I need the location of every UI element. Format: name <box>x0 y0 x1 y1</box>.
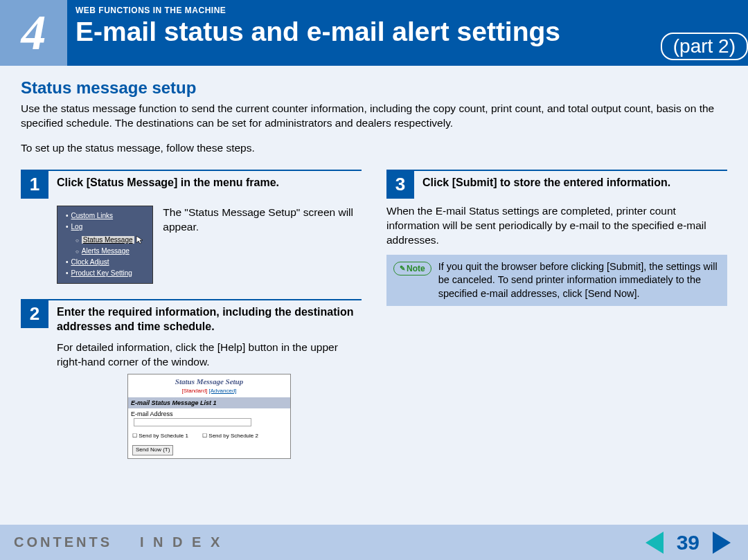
step-title: Click [Status Message] in the menu frame… <box>57 171 279 190</box>
right-column: 3 Click [Submit] to store the entered in… <box>386 170 727 474</box>
footer: CONTENTS I N D E X 39 <box>0 525 748 560</box>
page-title: E-mail status and e-mail alert settings <box>75 17 738 47</box>
note-box: Note If you quit the browser before clic… <box>386 255 727 307</box>
step-2-body: For detailed information, click the [Hel… <box>57 341 362 370</box>
columns: 1 Click [Status Message] in the menu fra… <box>21 170 727 474</box>
chapter-number: 4 <box>0 0 67 66</box>
step-number: 1 <box>21 171 48 199</box>
content-area: Status message setup Use the status mess… <box>0 66 748 525</box>
form-check-sched1: ☐ Send by Schedule 1 <box>132 433 188 439</box>
form-button-send-now: Send Now (T) <box>132 445 173 455</box>
form-title: Status Message Setup <box>128 374 290 388</box>
index-link[interactable]: I N D E X <box>140 534 222 550</box>
step-1-side-text: The "Status Message Setup" screen will a… <box>163 206 362 235</box>
form-check-sched2: ☐ Send by Schedule 2 <box>202 433 258 439</box>
top-banner: 4 WEB FUNCTIONS IN THE MACHINE E-mail st… <box>0 0 748 66</box>
section-title: Status message setup <box>21 78 727 98</box>
step-1: 1 Click [Status Message] in the menu fra… <box>21 170 362 284</box>
page-number: 39 <box>677 531 700 554</box>
banner-right: WEB FUNCTIONS IN THE MACHINE E-mail stat… <box>67 0 748 66</box>
left-column: 1 Click [Status Message] in the menu fra… <box>21 170 362 474</box>
note-text: If you quit the browser before clicking … <box>438 260 720 301</box>
menu-item-alerts-message: Alerts Message <box>82 247 130 255</box>
next-page-button[interactable] <box>709 530 734 555</box>
menu-item-custom-links: Custom Links <box>71 212 114 219</box>
triangle-left-icon <box>645 532 664 554</box>
form-label-address: E-mail Address <box>131 410 173 417</box>
step-title: Click [Submit] to store the entered info… <box>422 171 670 190</box>
step-title: Enter the required information, includin… <box>57 300 362 334</box>
step-number: 2 <box>21 300 48 328</box>
triangle-right-icon <box>713 532 731 554</box>
menu-item-status-message: Status Message <box>82 236 134 244</box>
step-3-body: When the E-mail Status settings are comp… <box>386 204 727 248</box>
menu-screenshot: Custom Links Log Status Message Alerts M… <box>57 206 153 284</box>
breadcrumb: WEB FUNCTIONS IN THE MACHINE <box>75 6 738 15</box>
menu-item-product-key: Product Key Setting <box>71 269 132 277</box>
step-3: 3 Click [Submit] to store the entered in… <box>386 170 727 306</box>
menu-item-clock-adjust: Clock Adjust <box>71 258 109 266</box>
step-2: 2 Enter the required information, includ… <box>21 299 362 459</box>
form-mode-advanced: [Advanced] <box>209 388 237 394</box>
form-screenshot: Status Message Setup [Standard] [Advance… <box>127 374 291 459</box>
step-number: 3 <box>386 171 414 199</box>
form-bar: E-mail Status Message List 1 <box>128 397 290 408</box>
cursor-icon <box>136 235 144 245</box>
form-input-address <box>134 418 251 426</box>
contents-link[interactable]: CONTENTS <box>14 534 112 550</box>
menu-item-log: Log <box>71 223 83 231</box>
note-label: Note <box>393 262 431 276</box>
part-label: (part 2) <box>661 33 748 60</box>
intro-paragraph: Use the status message function to send … <box>21 102 727 131</box>
form-mode-standard: [Standard] <box>181 388 207 394</box>
intro-paragraph-2: To set up the status message, follow the… <box>21 142 727 154</box>
prev-page-button[interactable] <box>642 530 667 555</box>
